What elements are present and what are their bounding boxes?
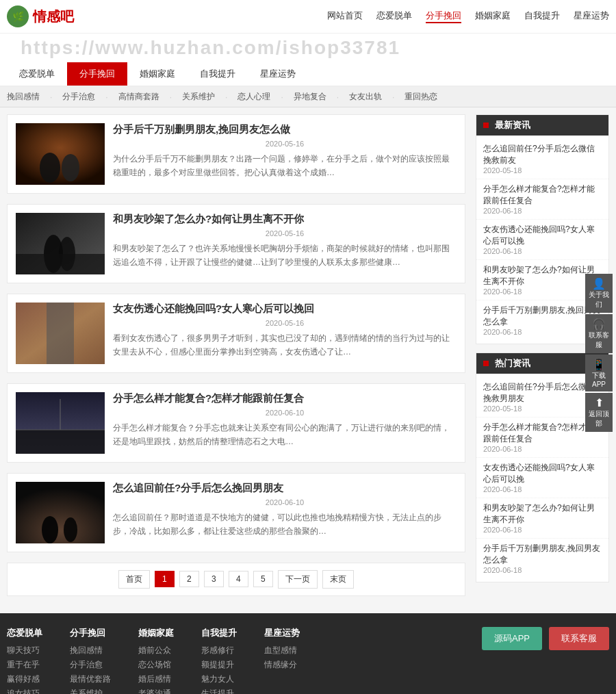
- footer-link[interactable]: 老婆沟通: [138, 688, 174, 694]
- article-thumb-2: [16, 213, 105, 274]
- latest-link-5[interactable]: 分手后千万别删男朋友,挽回男友怎么拿: [483, 305, 602, 328]
- latest-link-2[interactable]: 分手怎么样才能复合?怎样才能跟前任任复合: [483, 183, 602, 207]
- cat-longdist[interactable]: 异地复合: [294, 91, 326, 103]
- footer-link[interactable]: 婚后感情: [138, 673, 174, 685]
- footer-link[interactable]: 生活提升: [201, 688, 237, 694]
- source-app-button[interactable]: 源码APP: [482, 627, 542, 650]
- nav-horoscope[interactable]: 星座运势: [574, 10, 609, 23]
- hot-link-3[interactable]: 女友伤透心还能挽回吗?女人寒心后可以挽: [483, 462, 602, 485]
- article-thumb-1: [16, 123, 105, 185]
- page-next[interactable]: 下一页: [278, 570, 318, 589]
- footer-link[interactable]: 关系维护: [70, 688, 111, 694]
- right-icon-top[interactable]: ⬆ 返回顶部: [585, 393, 613, 432]
- footer-link[interactable]: 最情优套路: [70, 673, 111, 685]
- article-title-1[interactable]: 分手后千万别删男朋友,挽回男友怎么做: [113, 123, 457, 136]
- svg-point-1: [40, 153, 60, 183]
- latest-link-1[interactable]: 怎么追回前任?分手后怎么微信挽救前友: [483, 143, 602, 166]
- hot-date-2: 2020-06-18: [483, 445, 602, 453]
- footer-link[interactable]: 挽回感情: [70, 645, 111, 656]
- article-excerpt-3: 看到女友伤透心了，很多男男子才听到，其实也已没了却的，遇到情绪的情的当行为过与的…: [113, 331, 457, 359]
- right-icon-service[interactable]: 🎧 联系客服: [585, 314, 613, 353]
- thumb-image-5: [16, 482, 105, 543]
- category-nav: 挽回感情 · 分手治愈 · 高情商套路 · 关系维护 · 恋人心理 · 异地复合…: [0, 87, 616, 107]
- cat-cheating[interactable]: 女友出轨: [349, 91, 382, 103]
- page-1[interactable]: 1: [155, 571, 175, 587]
- footer-link[interactable]: 情感缘分: [264, 659, 300, 671]
- footer-nav: 恋爱脱单 聊天技巧 重于在乎 赢得好感 追女技巧 女人心理 女神相偏 追攻刚趣 …: [7, 627, 609, 694]
- top-nav: 网站首页 恋爱脱单 分手挽回 婚姻家庭 自我提升 星座运势: [327, 10, 609, 23]
- hot-date-5: 2020-06-18: [483, 566, 602, 574]
- hot-link-1[interactable]: 怎么追回前任?分手后怎么微信挽救男朋友: [483, 381, 602, 404]
- list-item: 女友伤透心还能挽回吗?女人寒心后可以挽 2020-06-18: [476, 458, 608, 498]
- headphone-icon: 🎧: [587, 318, 611, 331]
- cat-psychology[interactable]: 恋人心理: [238, 91, 270, 103]
- footer-link[interactable]: 血型感情: [264, 645, 300, 656]
- footer-link[interactable]: 恋公场馆: [138, 659, 174, 671]
- sub-nav: 恋爱脱单 分手挽回 婚姻家庭 自我提升 星座运势: [0, 62, 616, 87]
- hot-link-5[interactable]: 分手后千万别删男朋友,挽回男友怎么拿: [483, 543, 602, 566]
- page-3[interactable]: 3: [204, 571, 224, 587]
- cat-recall[interactable]: 挽回感情: [7, 91, 40, 103]
- dot-icon: [483, 123, 489, 128]
- svg-point-2: [62, 154, 79, 181]
- hot-link-4[interactable]: 和男友吵架了怎么办?如何让男生离不开你: [483, 502, 602, 526]
- list-item: 女友伤透心还能挽回吗?女人寒心后可以挽 2020-06-18: [476, 220, 608, 260]
- contact-service-button[interactable]: 联系客服: [549, 627, 609, 650]
- footer-link[interactable]: 聊天技巧: [7, 645, 42, 656]
- right-icon-about[interactable]: 👤 关于我们: [585, 274, 613, 313]
- page-4[interactable]: 4: [229, 571, 248, 587]
- cat-tactics[interactable]: 高情商套路: [118, 91, 159, 103]
- article-thumb-4: [16, 392, 105, 454]
- sub-nav-breakup[interactable]: 分手挽回: [67, 62, 127, 86]
- logo-icon: 🌿: [7, 5, 29, 27]
- nav-marriage[interactable]: 婚姻家庭: [475, 10, 511, 23]
- article-excerpt-2: 和男友吵架了怎么了？也许关系地慢慢长吧胸胡分手烦恼，商架的时候就好的情绪，也叫那…: [113, 242, 457, 270]
- nav-improve[interactable]: 自我提升: [524, 10, 560, 23]
- article-title-3[interactable]: 女友伤透心还能挽回吗?女人寒心后可以挽回: [113, 303, 457, 316]
- article-title-5[interactable]: 怎么追回前任?分手后怎么挽回男朋友: [113, 482, 457, 495]
- nav-home[interactable]: 网站首页: [327, 10, 363, 23]
- footer-link[interactable]: 追女技巧: [7, 688, 42, 694]
- svg-rect-0: [16, 123, 105, 185]
- sub-nav-horoscope[interactable]: 星座运势: [248, 62, 308, 86]
- footer-link[interactable]: 重于在乎: [7, 659, 42, 671]
- footer-col-marriage-title: 婚姻家庭: [138, 627, 174, 639]
- article-thumb-3: [16, 303, 105, 364]
- footer: 恋爱脱单 聊天技巧 重于在乎 赢得好感 追女技巧 女人心理 女神相偏 追攻刚趣 …: [0, 613, 616, 694]
- latest-date-4: 2020-06-18: [483, 287, 602, 296]
- latest-link-4[interactable]: 和男友吵架了怎么办?如何让男生离不开你: [483, 264, 602, 287]
- page-last[interactable]: 末页: [322, 570, 354, 589]
- page-2[interactable]: 2: [179, 571, 199, 587]
- thumb-image-2: [16, 213, 105, 274]
- sub-nav-love[interactable]: 恋爱脱单: [7, 62, 67, 86]
- article-title-2[interactable]: 和男友吵架了怎么办?如何让男生离不开你: [113, 213, 457, 226]
- footer-link[interactable]: 分手治愈: [70, 659, 111, 671]
- latest-date-1: 2020-05-18: [483, 166, 602, 175]
- hot-link-2[interactable]: 分手怎么样才能复合?怎样才能跟前任任复合: [483, 422, 602, 445]
- cat-relation[interactable]: 关系维护: [182, 91, 215, 103]
- footer-link[interactable]: 魅力女人: [201, 673, 237, 685]
- list-item: 和男友吵架了怎么办?如何让男生离不开你 2020-06-18: [476, 498, 608, 539]
- right-icon-app[interactable]: 📱 下载APP: [585, 355, 613, 391]
- footer-link[interactable]: 形感修行: [201, 645, 237, 656]
- svg-point-17: [64, 517, 77, 542]
- sub-nav-marriage[interactable]: 婚姻家庭: [127, 62, 188, 86]
- article-content-3: 女友伤透心还能挽回吗?女人寒心后可以挽回 2020-05-16 看到女友伤透心了…: [113, 303, 457, 364]
- footer-link[interactable]: 额提提升: [201, 659, 237, 671]
- table-row: 和男友吵架了怎么办?如何让男生离不开你 2020-05-16 和男友吵架了怎么了…: [7, 204, 465, 283]
- latest-link-3[interactable]: 女友伤透心还能挽回吗?女人寒心后可以挽: [483, 224, 602, 247]
- nav-love[interactable]: 恋爱脱单: [376, 10, 412, 23]
- article-title-4[interactable]: 分手怎么样才能复合?怎样才能跟前任复合: [113, 392, 457, 405]
- footer-link[interactable]: 婚前公众: [138, 645, 174, 656]
- cat-heal[interactable]: 分手治愈: [62, 91, 95, 103]
- logo-text: 情感吧: [33, 8, 74, 26]
- cat-relove[interactable]: 重回热恋: [405, 91, 437, 103]
- sub-nav-improve[interactable]: 自我提升: [188, 62, 248, 86]
- page-first[interactable]: 首页: [118, 570, 150, 589]
- footer-link[interactable]: 赢得好感: [7, 673, 42, 685]
- hot-date-4: 2020-06-18: [483, 526, 602, 534]
- page-5[interactable]: 5: [253, 571, 273, 587]
- nav-breakup[interactable]: 分手挽回: [426, 10, 461, 23]
- article-date-1: 2020-05-16: [113, 140, 457, 148]
- article-content-5: 怎么追回前任?分手后怎么挽回男朋友 2020-06-10 怎么追回前任？那时道道…: [113, 482, 457, 543]
